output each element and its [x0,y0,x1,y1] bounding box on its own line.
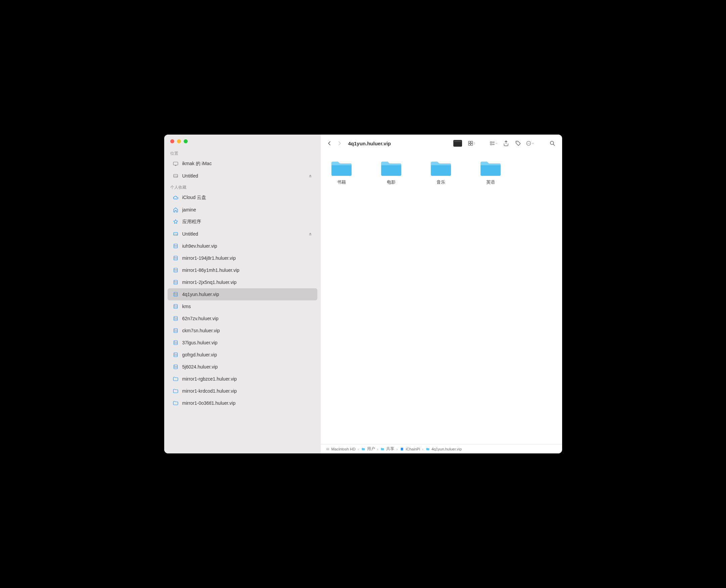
breadcrumb-label: 用户 [367,446,375,451]
eject-icon[interactable] [308,232,312,236]
minimize-button[interactable] [177,139,181,143]
sidebar-item-label: iuh9ev.huluer.vip [182,243,312,249]
breadcrumb-label: 共享 [386,446,394,451]
breadcrumb-label: iChainPi [406,447,420,451]
sidebar-item-label: mirror1-2jx5nq1.huluer.vip [182,279,312,285]
sidebar-item[interactable]: Untitled [167,170,317,182]
tags-button[interactable] [514,140,523,147]
breadcrumb-separator: › [358,447,359,451]
breadcrumb-item[interactable]: iChainPi [400,447,420,451]
server-icon [172,303,179,310]
sidebar-item-label: mirror1-rgbzce1.huluer.vip [182,376,312,382]
breadcrumb-item[interactable]: 共享 [380,446,394,451]
server-icon [172,255,179,261]
sidebar-item-label: 应用程序 [182,219,312,225]
server-icon [172,352,179,358]
sidebar-item-label: mirror1-86y1mh1.huluer.vip [182,268,312,273]
breadcrumb-item[interactable]: Macintosh HD [325,447,356,451]
server-icon [172,364,179,370]
sidebar-item-label: 37lgus.huluer.vip [182,340,312,345]
sidebar-item[interactable]: mirror1-krdcod1.huluer.vip [167,385,317,397]
sidebar-item-label: 62n7zv.huluer.vip [182,316,312,321]
folder-icon [172,400,179,406]
content-area[interactable]: 书籍电影音乐英语 [321,152,562,444]
display-icon [172,161,179,167]
sidebar-item-label: gofrgd.huluer.vip [182,352,312,357]
server-icon [172,291,179,297]
server-icon [172,340,179,346]
folder-item[interactable]: 英语 [474,159,507,185]
path-bar: Macintosh HD›用户›共享›iChainPi›4q1yun.hulue… [321,444,562,454]
breadcrumb-separator: › [377,447,379,451]
search-button[interactable] [548,140,557,147]
sidebar-item[interactable]: iuh9ev.huluer.vip [167,240,317,252]
eject-icon[interactable] [308,173,312,178]
sidebar-item-label: 4q1yun.huluer.vip [182,292,312,297]
disk-icon [172,173,179,179]
traffic-lights [164,139,321,148]
more-button[interactable] [526,140,535,147]
main-pane: 4q1yun.huluer.vip [321,134,562,454]
server-icon [172,328,179,334]
sidebar-item[interactable]: iCloud 云盘 [167,192,317,204]
sidebar-item[interactable]: 应用程序 [167,216,317,228]
sidebar-item[interactable]: mirror1-rgbzce1.huluer.vip [167,373,317,385]
back-button[interactable] [326,140,333,146]
toolbar: 4q1yun.huluer.vip [321,134,562,152]
folder-icon [380,159,403,177]
breadcrumb-item[interactable]: 4q1yun.huluer.vip [425,447,462,451]
sidebar-item-label: Untitled [182,231,308,237]
house-icon [172,207,179,213]
sidebar-item[interactable]: mirror1-0o36tl1.huluer.vip [167,397,317,409]
server-icon [172,267,179,273]
breadcrumb-label: Macintosh HD [331,447,356,451]
folder-item[interactable]: 音乐 [424,159,458,185]
folder-item[interactable]: 书籍 [325,159,358,185]
folder-icon [330,159,353,177]
sidebar-item[interactable]: Untitled [167,228,317,240]
server-icon [172,279,179,285]
sidebar-item[interactable]: 62n7zv.huluer.vip [167,312,317,324]
folder-icon [429,159,453,177]
breadcrumb-label: 4q1yun.huluer.vip [431,447,462,451]
folder-label: 音乐 [437,180,445,185]
sidebar-item-label: ikmak 的 iMac [182,161,312,167]
zoom-button[interactable] [184,139,188,143]
sidebar-item-label: ckm7sn.huluer.vip [182,328,312,333]
forward-button[interactable] [336,140,343,146]
server-icon [172,243,179,249]
breadcrumb-separator: › [422,447,423,451]
disk-icon [172,231,179,237]
sidebar-item-label: mirror1-0o36tl1.huluer.vip [182,400,312,406]
sidebar-item[interactable]: mirror1-194j8r1.huluer.vip [167,252,317,264]
folder-icon [479,159,502,177]
sidebar-item[interactable]: jamine [167,204,317,216]
sidebar-item[interactable]: kms [167,300,317,312]
view-mode-button[interactable] [467,140,476,147]
share-button[interactable] [502,140,510,147]
server-icon [172,315,179,321]
sidebar-item-label: jamine [182,207,312,212]
sidebar-section-label: 位置 [164,148,321,158]
sidebar-item[interactable]: 37lgus.huluer.vip [167,337,317,349]
folder-item[interactable]: 电影 [375,159,408,185]
sidebar-item[interactable]: mirror1-2jx5nq1.huluer.vip [167,276,317,288]
sidebar-item[interactable]: gofrgd.huluer.vip [167,349,317,361]
breadcrumb-item[interactable]: 用户 [361,446,375,451]
sidebar-item[interactable]: 5j6024.huluer.vip [167,361,317,373]
close-button[interactable] [170,139,174,143]
sidebar-item[interactable]: ckm7sn.huluer.vip [167,324,317,337]
sidebar-item-label: 5j6024.huluer.vip [182,364,312,370]
sidebar-item[interactable]: 4q1yun.huluer.vip [167,288,317,300]
cloud-icon [172,195,179,201]
folder-label: 电影 [387,180,396,185]
sidebar-item[interactable]: mirror1-86y1mh1.huluer.vip [167,264,317,276]
window-title: 4q1yun.huluer.vip [348,141,391,146]
group-button[interactable] [490,140,498,147]
sidebar-item-label: mirror1-194j8r1.huluer.vip [182,255,312,261]
sidebar-item[interactable]: ikmak 的 iMac [167,158,317,170]
folder-label: 英语 [486,180,495,185]
app-icon [172,219,179,225]
terminal-icon[interactable] [453,140,462,147]
sidebar-item-label: kms [182,304,312,309]
